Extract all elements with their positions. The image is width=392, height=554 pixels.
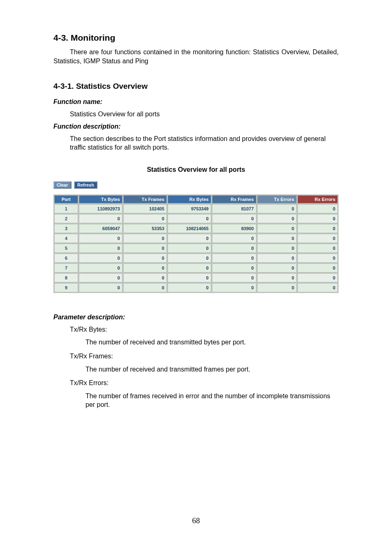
cell-rx_bytes: 0 (168, 234, 211, 243)
cell-tx_errors: 0 (257, 283, 297, 292)
cell-rx_frames: 0 (212, 263, 256, 272)
cell-tx_bytes: 110892973 (79, 204, 122, 213)
heading-4-3: 4-3. Monitoring (53, 33, 339, 43)
cell-rx_bytes: 9753349 (168, 204, 211, 213)
cell-rx_frames: 0 (212, 254, 256, 263)
cell-tx_bytes: 0 (79, 234, 122, 243)
cell-rx_errors: 0 (297, 214, 338, 223)
cell-rx_bytes: 0 (168, 254, 211, 263)
param-name: Tx/Rx Errors: (70, 379, 339, 388)
table-row: 7000000 (54, 263, 338, 272)
cell-rx_bytes: 108214065 (168, 224, 211, 233)
cell-rx_errors: 0 (297, 224, 338, 233)
cell-tx_errors: 0 (257, 224, 297, 233)
cell-rx_errors: 0 (297, 273, 338, 282)
table-row: 36059047533531082140658390000 (54, 224, 338, 233)
cell-rx_frames: 0 (212, 283, 256, 292)
page-number: 68 (53, 516, 339, 525)
cell-tx_frames: 0 (123, 273, 167, 282)
cell-tx_bytes: 0 (79, 263, 122, 272)
function-name-label: Function name: (53, 98, 339, 106)
col-tx-errors: Tx Errors (257, 195, 297, 203)
cell-port: 3 (54, 224, 78, 233)
cell-rx_bytes: 0 (168, 214, 211, 223)
cell-tx_bytes: 0 (79, 244, 122, 253)
cell-tx_bytes: 6059047 (79, 224, 122, 233)
cell-tx_bytes: 0 (79, 254, 122, 263)
refresh-button[interactable]: Refresh (74, 181, 97, 189)
cell-rx_frames: 81077 (212, 204, 256, 213)
col-port: Port (54, 195, 78, 203)
col-rx-bytes: Rx Bytes (168, 195, 211, 203)
cell-rx_errors: 0 (297, 244, 338, 253)
function-description-label: Function description: (53, 123, 339, 130)
cell-rx_errors: 0 (297, 283, 338, 292)
cell-rx_frames: 0 (212, 244, 256, 253)
table-row: 4000000 (54, 234, 338, 243)
intro-text: There are four functions contained in th… (53, 48, 339, 65)
cell-rx_frames: 0 (212, 234, 256, 243)
cell-tx_errors: 0 (257, 214, 297, 223)
col-rx-frames: Rx Frames (212, 195, 256, 203)
cell-tx_frames: 0 (123, 234, 167, 243)
cell-tx_bytes: 0 (79, 273, 122, 282)
cell-rx_bytes: 0 (168, 244, 211, 253)
function-name-text: Statistics Overview for all ports (70, 110, 339, 119)
cell-tx_bytes: 0 (79, 283, 122, 292)
cell-port: 1 (54, 204, 78, 213)
cell-rx_bytes: 0 (168, 283, 211, 292)
cell-tx_frames: 0 (123, 254, 167, 263)
cell-tx_frames: 0 (123, 244, 167, 253)
button-row: Clear Refresh (53, 181, 339, 189)
param-desc: The number of frames received in error a… (85, 392, 339, 409)
cell-tx_errors: 0 (257, 244, 297, 253)
table-row: 5000000 (54, 244, 338, 253)
table-row: 111089297310240597533498107700 (54, 204, 338, 213)
table-row: 9000000 (54, 283, 338, 292)
param-desc: The number of received and transmitted b… (85, 338, 339, 347)
cell-port: 6 (54, 254, 78, 263)
col-tx-bytes: Tx Bytes (79, 195, 122, 203)
cell-port: 8 (54, 273, 78, 282)
cell-port: 4 (54, 234, 78, 243)
cell-rx_frames: 0 (212, 214, 256, 223)
cell-rx_errors: 0 (297, 204, 338, 213)
function-description-text: The section describes to the Port statis… (70, 134, 339, 152)
cell-rx_bytes: 0 (168, 263, 211, 272)
cell-port: 9 (54, 283, 78, 292)
cell-tx_frames: 0 (123, 214, 167, 223)
cell-tx_errors: 0 (257, 204, 297, 213)
cell-tx_errors: 0 (257, 234, 297, 243)
cell-rx_errors: 0 (297, 254, 338, 263)
statistics-table: Port Tx Bytes Tx Frames Rx Bytes Rx Fram… (53, 194, 339, 293)
cell-port: 2 (54, 214, 78, 223)
parameter-description-label: Parameter description: (53, 314, 339, 321)
statistics-overview-screenshot: Statistics Overview for all ports Clear … (53, 166, 339, 293)
clear-button[interactable]: Clear (53, 181, 71, 189)
intro-paragraph: There are four functions contained in th… (53, 48, 339, 65)
cell-port: 5 (54, 244, 78, 253)
table-header-row: Port Tx Bytes Tx Frames Rx Bytes Rx Fram… (54, 195, 338, 203)
cell-port: 7 (54, 263, 78, 272)
cell-tx_errors: 0 (257, 263, 297, 272)
heading-4-3-1: 4-3-1. Statistics Overview (53, 82, 339, 91)
table-row: 8000000 (54, 273, 338, 282)
cell-rx_errors: 0 (297, 263, 338, 272)
col-rx-errors: Rx Errors (297, 195, 338, 203)
param-desc: The number of received and transmitted f… (85, 365, 339, 374)
screenshot-title: Statistics Overview for all ports (53, 166, 339, 173)
cell-tx_frames: 0 (123, 263, 167, 272)
cell-rx_errors: 0 (297, 234, 338, 243)
cell-rx_frames: 0 (212, 273, 256, 282)
table-row: 6000000 (54, 254, 338, 263)
table-row: 2000000 (54, 214, 338, 223)
cell-tx_frames: 0 (123, 283, 167, 292)
cell-tx_errors: 0 (257, 273, 297, 282)
cell-rx_bytes: 0 (168, 273, 211, 282)
cell-tx_frames: 102405 (123, 204, 167, 213)
cell-tx_bytes: 0 (79, 214, 122, 223)
cell-tx_errors: 0 (257, 254, 297, 263)
cell-tx_frames: 53353 (123, 224, 167, 233)
col-tx-frames: Tx Frames (123, 195, 167, 203)
param-name: Tx/Rx Bytes: (70, 325, 339, 334)
